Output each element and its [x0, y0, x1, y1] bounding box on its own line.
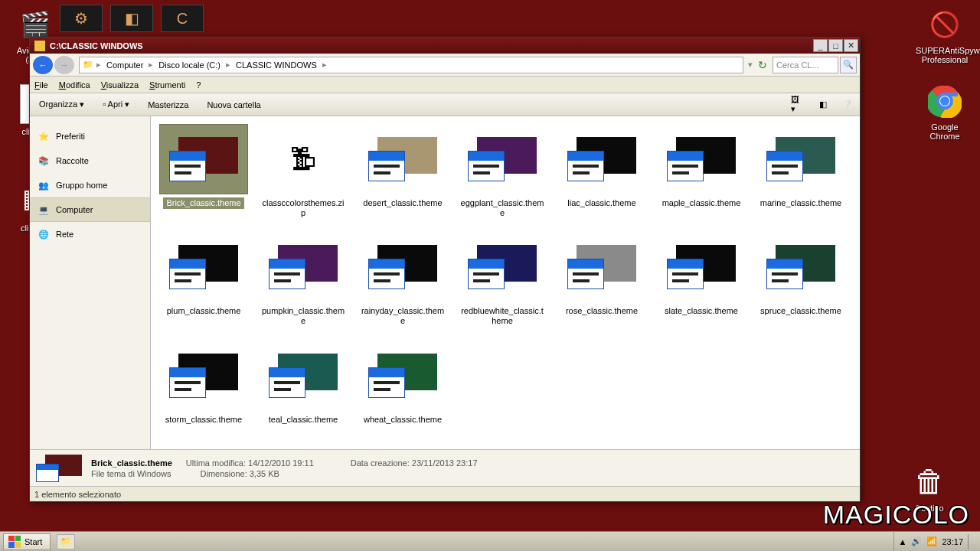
- file-name: rose_classic.theme: [563, 305, 641, 317]
- show-desktop[interactable]: [968, 534, 975, 549]
- sidebar-item-computer[interactable]: 💻Computer: [30, 197, 150, 222]
- view-button[interactable]: 🖼 ▾: [791, 97, 806, 112]
- taskbar-explorer[interactable]: 📁: [57, 534, 75, 549]
- file-item[interactable]: rose_classic.theme: [552, 232, 652, 326]
- file-name: slate_classic.theme: [662, 305, 741, 317]
- file-list[interactable]: Brick_classic.theme🗜classccolorsthemes.z…: [151, 116, 860, 449]
- explorer-window: C:\CLASSIC WINDOWS _ □ ✕ ← → 📁▸ Computer…: [29, 37, 861, 502]
- file-item[interactable]: eggplant_classic.theme: [452, 124, 552, 218]
- breadcrumb[interactable]: 📁▸ Computer▸ Disco locale (C:)▸ CLASSIC …: [79, 57, 743, 73]
- sidebar-icon: 📚: [38, 155, 50, 167]
- refresh-button[interactable]: ↻: [754, 57, 771, 73]
- file-name: pumpkin_classic.theme: [257, 305, 349, 326]
- help-button[interactable]: ❔: [840, 97, 855, 112]
- theme-icon: [667, 137, 736, 181]
- theme-icon: [468, 137, 537, 181]
- window-title: C:\CLASSIC WINDOWS: [50, 41, 812, 51]
- sidebar-icon: ⭐: [38, 130, 50, 142]
- file-item[interactable]: teal_classic.theme: [253, 341, 353, 425]
- burn-button[interactable]: Masterizza: [143, 99, 193, 111]
- windows-logo-icon: [8, 536, 21, 548]
- tray-icon[interactable]: 🔊: [911, 536, 922, 546]
- folder-icon: [34, 41, 45, 51]
- details-pane: Brick_classic.theme Ultima modifica: 14/…: [30, 449, 860, 486]
- file-item[interactable]: redbluewhite_classic.theme: [452, 232, 552, 326]
- breadcrumb-item[interactable]: CLASSIC WINDOWS: [234, 60, 319, 70]
- dock-item[interactable]: ⚙: [60, 5, 103, 32]
- tray-icon[interactable]: ▲: [899, 537, 907, 546]
- sidebar-item-raccolte[interactable]: 📚Raccolte: [30, 148, 150, 173]
- file-item[interactable]: maple_classic.theme: [652, 124, 751, 218]
- theme-icon: [269, 354, 338, 398]
- menu-tools[interactable]: Strumenti: [149, 80, 185, 90]
- tray-icon[interactable]: 📶: [926, 536, 937, 546]
- desktop-icon-chrome[interactable]: Google Chrome: [916, 83, 974, 141]
- theme-icon: [667, 245, 736, 289]
- file-item[interactable]: plum_classic.theme: [154, 232, 253, 326]
- file-item[interactable]: pumpkin_classic.theme: [253, 232, 353, 326]
- menu-file[interactable]: File: [34, 80, 48, 90]
- theme-icon: [368, 354, 437, 398]
- file-name: wheat_classic.theme: [361, 414, 445, 425]
- newfolder-button[interactable]: Nuova cartella: [202, 99, 265, 111]
- archive-icon: 🗜: [282, 142, 325, 176]
- icon-label: SUPERAntiSpyware Professional: [916, 46, 974, 64]
- file-item[interactable]: marine_classic.theme: [751, 124, 851, 218]
- sidebar-item-rete[interactable]: 🌐Rete: [30, 222, 150, 246]
- sidebar: ⭐Preferiti📚Raccolte👥Gruppo home💻Computer…: [30, 116, 151, 449]
- preview-pane-button[interactable]: ◧: [815, 97, 831, 112]
- theme-icon: [468, 245, 537, 289]
- file-name: Brick_classic.theme: [163, 197, 243, 209]
- file-item[interactable]: 🗜classccolorsthemes.zip: [253, 124, 353, 218]
- search-button[interactable]: 🔍: [840, 57, 857, 73]
- organize-button[interactable]: Organizza ▾: [34, 98, 89, 111]
- dock-item[interactable]: C: [161, 5, 204, 32]
- dropdown-icon[interactable]: ▾: [748, 60, 753, 70]
- theme-icon: [567, 137, 636, 181]
- file-name: spruce_classic.theme: [757, 305, 844, 317]
- menu-view[interactable]: Visualizza: [101, 80, 139, 90]
- icon-label: Google Chrome: [916, 122, 974, 141]
- titlebar[interactable]: C:\CLASSIC WINDOWS _ □ ✕: [30, 37, 860, 54]
- sidebar-icon: 🌐: [38, 228, 50, 240]
- file-name: liac_classic.theme: [564, 197, 639, 209]
- sidebar-item-gruppo-home[interactable]: 👥Gruppo home: [30, 173, 150, 197]
- open-button[interactable]: ▫ Apri ▾: [98, 98, 134, 111]
- theme-icon: [766, 245, 835, 289]
- breadcrumb-item[interactable]: Disco locale (C:): [156, 60, 223, 70]
- system-tray[interactable]: ▲ 🔊 📶 23:17: [893, 532, 980, 551]
- dock-row: ⚙ ◧ C: [60, 5, 204, 32]
- dock-item[interactable]: ◧: [110, 5, 153, 32]
- start-button[interactable]: Start: [3, 533, 51, 550]
- details-thumbnail: [36, 455, 82, 482]
- file-item[interactable]: spruce_classic.theme: [751, 232, 851, 326]
- file-name: marine_classic.theme: [757, 197, 844, 209]
- watermark: MAGICOLO: [823, 500, 969, 530]
- file-item[interactable]: liac_classic.theme: [552, 124, 652, 218]
- search-input[interactable]: Cerca CL...: [773, 57, 838, 73]
- file-item[interactable]: desert_classic.theme: [353, 124, 452, 218]
- toolbar: Organizza ▾ ▫ Apri ▾ Masterizza Nuova ca…: [30, 93, 860, 116]
- file-name: desert_classic.theme: [360, 197, 445, 209]
- desktop-icon-superanti[interactable]: 🚫 SUPERAntiSpyware Professional: [916, 6, 974, 64]
- file-name: redbluewhite_classic.theme: [456, 305, 548, 326]
- maximize-button[interactable]: □: [828, 39, 843, 52]
- menu-help[interactable]: ?: [196, 80, 201, 90]
- breadcrumb-item[interactable]: Computer: [104, 60, 145, 70]
- theme-icon: [766, 137, 835, 181]
- file-item[interactable]: slate_classic.theme: [652, 232, 751, 326]
- menu-edit[interactable]: Modifica: [59, 80, 90, 90]
- file-name: eggplant_classic.theme: [456, 197, 548, 218]
- forward-button[interactable]: →: [54, 56, 74, 74]
- file-item[interactable]: Brick_classic.theme: [154, 124, 253, 218]
- file-item[interactable]: rainyday_classic.theme: [353, 232, 452, 326]
- minimize-button[interactable]: _: [813, 39, 828, 52]
- theme-icon: [269, 245, 338, 289]
- sidebar-item-preferiti[interactable]: ⭐Preferiti: [30, 124, 150, 148]
- file-item[interactable]: storm_classic.theme: [154, 341, 253, 425]
- clock[interactable]: 23:17: [942, 537, 963, 546]
- back-button[interactable]: ←: [33, 56, 53, 74]
- sidebar-icon: 💻: [38, 204, 50, 216]
- close-button[interactable]: ✕: [844, 39, 858, 52]
- file-item[interactable]: wheat_classic.theme: [353, 341, 452, 425]
